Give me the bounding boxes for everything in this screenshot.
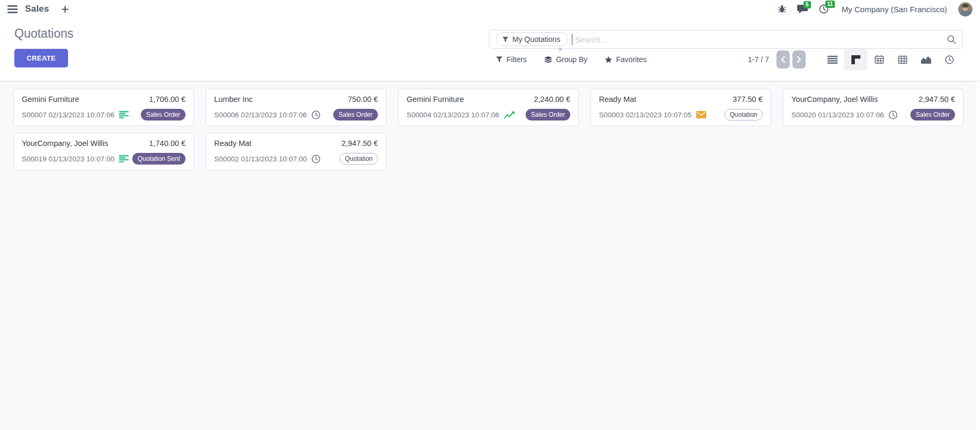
chevron-left-icon (781, 56, 785, 63)
filters-label: Filters (506, 55, 527, 64)
favorites-label: Favorites (616, 55, 647, 64)
quotation-card[interactable]: Gemini Furniture 2,240.00 € S00004 02/13… (398, 89, 579, 126)
filter-funnel-icon (496, 56, 503, 63)
card-reference: S00019 01/13/2023 10:07:00 (22, 155, 114, 163)
status-badge: Sales Order (910, 109, 955, 121)
card-amount: 2,947.50 € (341, 139, 378, 148)
group-by-label: Group By (556, 55, 587, 64)
pager-previous-button[interactable] (776, 50, 790, 68)
create-button[interactable]: CREATE (14, 49, 68, 67)
app-name[interactable]: Sales (25, 4, 49, 14)
card-reference: S00006 02/13/2023 10:07:06 (214, 111, 307, 119)
card-customer: Ready Mat (214, 139, 251, 148)
user-avatar[interactable] (958, 2, 973, 16)
calendar-view-button[interactable] (867, 49, 891, 70)
list-view-icon (827, 56, 838, 64)
pager-range: 1-7 / 7 (748, 55, 769, 64)
page-title: Quotations (14, 27, 73, 41)
card-reference: S00002 01/13/2023 10:07:00 (214, 155, 307, 163)
activity-list-icon[interactable] (119, 155, 129, 162)
facet-label: My Quotations (512, 35, 560, 44)
quotation-card[interactable]: Ready Mat 2,947.50 € S00002 01/13/2023 1… (206, 133, 386, 170)
status-badge: Sales Order (526, 109, 570, 121)
status-badge: Quotation Sent (132, 153, 185, 165)
card-amount: 2,240.00 € (534, 95, 570, 104)
status-badge: Quotation (340, 153, 378, 165)
list-view-button[interactable] (821, 49, 844, 70)
card-amount: 2,947.50 € (918, 95, 955, 104)
quotation-card[interactable]: Gemini Furniture 1,706.00 € S00007 02/13… (13, 89, 194, 126)
plus-icon[interactable] (62, 6, 69, 13)
status-badge: Sales Order (333, 109, 378, 121)
activity-clock-icon[interactable] (311, 110, 320, 119)
pager-next-button[interactable] (792, 50, 806, 68)
card-customer: Gemini Furniture (22, 95, 79, 104)
filter-funnel-icon (502, 37, 509, 42)
scrollbar[interactable] (976, 81, 980, 430)
quotation-card[interactable]: YourCompany, Joel Willis 1,740.00 € S000… (13, 133, 194, 170)
card-amount: 750.00 € (348, 95, 378, 104)
star-icon (605, 56, 612, 63)
card-reference: S00003 02/13/2023 10:07:05 (599, 111, 691, 119)
text-cursor (572, 34, 572, 45)
search-bar[interactable]: My Quotations × (489, 30, 963, 49)
activity-view-icon (945, 55, 954, 64)
kanban-cards: Gemini Furniture 1,706.00 € S00007 02/13… (0, 81, 980, 178)
pager-and-views: 1-7 / 7 (748, 49, 961, 70)
activity-envelope-icon[interactable] (696, 111, 706, 118)
card-customer: YourCompany, Joel Willis (791, 95, 878, 104)
activity-view-button[interactable] (937, 49, 961, 70)
pivot-view-icon (898, 56, 907, 64)
filters-button[interactable]: Filters (496, 55, 527, 64)
messages-icon[interactable]: 5 (797, 5, 808, 14)
activity-clock-icon[interactable] (889, 110, 898, 119)
pivot-view-button[interactable] (891, 49, 914, 70)
company-switcher[interactable]: My Company (San Francisco) (842, 5, 947, 14)
graph-view-icon (921, 56, 931, 64)
card-reference: S00020 01/13/2023 10:07:06 (791, 111, 884, 119)
chevron-right-icon (797, 56, 801, 63)
kanban-view-button[interactable] (844, 49, 867, 70)
kanban-view: Gemini Furniture 1,706.00 € S00007 02/13… (0, 81, 980, 430)
activity-chart-icon[interactable] (504, 111, 515, 119)
layers-icon (544, 56, 552, 63)
search-input[interactable] (575, 35, 947, 44)
card-reference: S00004 02/13/2023 10:07:06 (407, 111, 499, 119)
activities-clock-icon[interactable]: 11 (819, 4, 829, 14)
search-icon[interactable] (947, 35, 956, 44)
card-customer: Lumber Inc (214, 95, 253, 104)
quotation-card[interactable]: YourCompany, Joel Willis 2,947.50 € S000… (783, 89, 964, 126)
activity-clock-icon[interactable] (311, 154, 320, 164)
activity-list-icon[interactable] (119, 111, 129, 118)
debug-bug-icon[interactable] (778, 5, 786, 13)
card-amount: 1,740.00 € (149, 139, 185, 148)
quotation-card[interactable]: Lumber Inc 750.00 € S00006 02/13/2023 10… (206, 89, 386, 126)
status-badge: Quotation (724, 109, 763, 121)
graph-view-button[interactable] (914, 49, 937, 70)
hamburger-menu-icon[interactable] (7, 5, 18, 13)
card-amount: 377.50 € (733, 95, 763, 104)
card-amount: 1,706.00 € (149, 95, 185, 104)
group-by-button[interactable]: Group By (544, 55, 587, 64)
kanban-view-icon (851, 55, 860, 64)
messages-count-badge: 5 (804, 1, 811, 8)
search-options-row: Filters Group By Favorites (496, 49, 647, 70)
card-customer: Ready Mat (599, 95, 636, 104)
control-panel: Quotations CREATE My Quotations × Filter… (0, 18, 980, 81)
status-badge: Sales Order (141, 109, 185, 121)
card-reference: S00007 02/13/2023 10:07:06 (22, 111, 114, 119)
calendar-view-icon (875, 55, 884, 64)
favorites-button[interactable]: Favorites (605, 55, 647, 64)
search-facet-my-quotations[interactable]: My Quotations × (496, 32, 568, 46)
view-switcher (821, 49, 961, 70)
top-navbar: Sales 5 11 My Company (San Francisco) (0, 0, 980, 18)
activities-count-badge: 11 (825, 1, 835, 8)
card-customer: Gemini Furniture (407, 95, 464, 104)
quotation-card[interactable]: Ready Mat 377.50 € S00003 02/13/2023 10:… (590, 89, 771, 126)
card-customer: YourCompany, Joel Willis (22, 139, 108, 148)
